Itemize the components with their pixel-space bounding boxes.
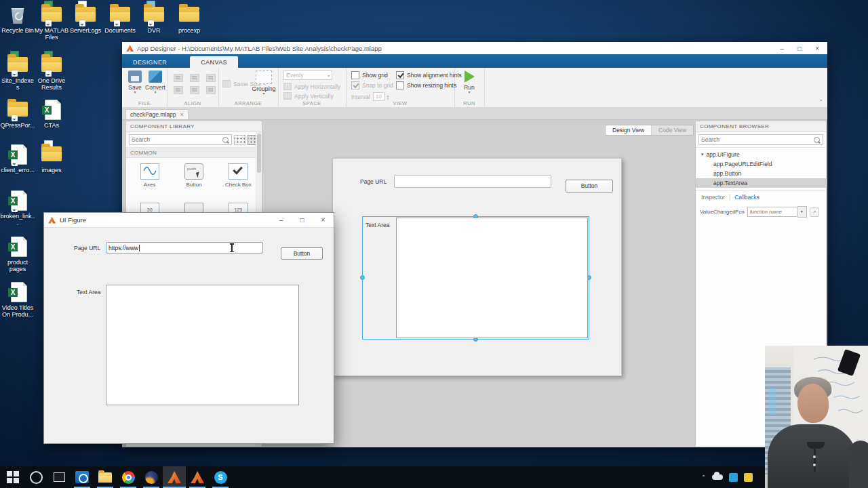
ui-figure-titlebar[interactable]: UI Figure – □ × bbox=[44, 213, 334, 228]
close-tab-icon[interactable]: × bbox=[180, 111, 184, 118]
tree-item-button[interactable]: app.Button bbox=[696, 169, 826, 178]
desktop-icon-client-error[interactable]: client_erro... bbox=[0, 144, 35, 174]
taskbar-browser-dark[interactable] bbox=[140, 466, 163, 488]
space-evenly-dropdown[interactable]: Evenly▾ bbox=[283, 70, 332, 80]
tab-inspector[interactable]: Inspector bbox=[701, 194, 725, 201]
tab-canvas[interactable]: CANVAS bbox=[190, 56, 238, 68]
task-view-button[interactable] bbox=[47, 466, 71, 488]
align-center-icon[interactable] bbox=[190, 74, 199, 82]
desktop-icon-broken-link[interactable]: broken_link... bbox=[0, 190, 35, 227]
taskbar-matlab-active[interactable] bbox=[163, 466, 186, 488]
list-view-toggle-icon[interactable] bbox=[234, 135, 245, 145]
apply-vertically-button[interactable]: Apply Vertically bbox=[283, 92, 334, 100]
cortana-button[interactable] bbox=[24, 466, 47, 488]
run-button[interactable]: Run▾ bbox=[458, 70, 481, 94]
spinner-icon[interactable]: ▴▾ bbox=[387, 94, 389, 100]
taskbar-matlab[interactable] bbox=[186, 466, 209, 488]
page-url-edit-field[interactable] bbox=[394, 175, 551, 188]
taskbar-chrome[interactable] bbox=[117, 466, 140, 488]
desktop-icon-serverlogs[interactable]: ServerLogs bbox=[68, 4, 103, 34]
desktop-icon-site-indexes[interactable]: Site_Indexes bbox=[0, 54, 35, 92]
align-left-icon[interactable] bbox=[174, 74, 183, 82]
taskbar-file-explorer[interactable] bbox=[94, 466, 117, 488]
component-check-box[interactable]: Check Box bbox=[216, 163, 260, 188]
ribbon-collapse-icon[interactable]: ⌃ bbox=[818, 99, 823, 105]
convert-button[interactable]: Convert▾ bbox=[144, 70, 167, 94]
desktop-icon-product-pages[interactable]: product pages bbox=[0, 236, 35, 273]
desktop-icon-procexp[interactable]: procexp bbox=[172, 4, 207, 34]
align-bottom-icon[interactable] bbox=[206, 86, 216, 94]
component-axes[interactable]: Axes bbox=[127, 163, 172, 188]
desktop-icon-one-drive-results[interactable]: One Drive Results bbox=[34, 54, 69, 92]
tray-expand-icon[interactable]: ⌃ bbox=[701, 474, 706, 481]
resize-handle-left[interactable] bbox=[360, 275, 365, 280]
apply-horizontally-button[interactable]: Apply Horizontally bbox=[283, 83, 340, 90]
minimize-button[interactable]: – bbox=[781, 45, 785, 52]
tree-expand-icon[interactable]: ▾ bbox=[701, 152, 704, 157]
webcam-overlay bbox=[765, 346, 868, 488]
show-grid-checkbox[interactable]: Show grid bbox=[351, 71, 388, 79]
design-view-button[interactable]: Design View bbox=[606, 125, 651, 135]
search-input[interactable] bbox=[699, 136, 814, 144]
taskbar-skype[interactable]: S bbox=[209, 466, 232, 488]
run-app-button[interactable]: Button bbox=[281, 247, 323, 260]
desktop-icon-label: QPressPor... bbox=[0, 122, 35, 129]
callback-function-input[interactable] bbox=[747, 207, 797, 217]
document-tab[interactable]: checkPage.mlapp × bbox=[125, 109, 189, 119]
chevron-down-icon[interactable]: ▾ bbox=[797, 206, 807, 218]
maximize-button[interactable]: □ bbox=[797, 45, 802, 52]
canvas-text-area[interactable] bbox=[396, 218, 588, 338]
shirt-button bbox=[813, 464, 816, 466]
grouping-button[interactable]: Grouping▾ bbox=[251, 70, 277, 96]
design-canvas[interactable]: Page URL Button Text Area bbox=[332, 158, 622, 376]
tree-item-pageurleditfield[interactable]: app.PageURLEditField bbox=[696, 159, 826, 169]
desktop-icon-qpresspor[interactable]: QPressPor... bbox=[0, 99, 35, 129]
maximize-button[interactable]: □ bbox=[292, 213, 313, 227]
show-resizing-hints-checkbox[interactable]: Show resizing hints bbox=[396, 81, 456, 89]
checkbox-icon bbox=[396, 81, 404, 89]
show-alignment-hints-checkbox[interactable]: Show alignment hints bbox=[396, 71, 462, 79]
save-button[interactable]: Save▾ bbox=[123, 70, 146, 94]
tray-app-icon-2[interactable] bbox=[744, 473, 753, 482]
tab-designer[interactable]: DESIGNER bbox=[122, 56, 178, 68]
desktop-icon-dvr[interactable]: DVR bbox=[136, 4, 172, 34]
tree-item-textarea[interactable]: app.TextArea bbox=[696, 178, 826, 188]
align-top-icon[interactable] bbox=[174, 86, 183, 94]
code-view-button[interactable]: Code View bbox=[651, 125, 693, 135]
align-right-icon[interactable] bbox=[206, 74, 216, 82]
desktop-icon-images[interactable]: images bbox=[34, 144, 69, 174]
person-arm bbox=[849, 441, 868, 488]
tray-app-icon[interactable] bbox=[729, 473, 738, 482]
component-browser-search[interactable] bbox=[698, 134, 823, 145]
folder-icon bbox=[74, 4, 97, 26]
snap-to-grid-checkbox[interactable]: Snap to grid bbox=[351, 81, 393, 89]
page-url-edit-field[interactable]: https://www bbox=[106, 242, 263, 253]
taskbar-outlook[interactable] bbox=[71, 466, 94, 488]
desktop-icon-documents[interactable]: Documents bbox=[102, 4, 138, 34]
goto-callback-icon[interactable]: ↗ bbox=[810, 207, 819, 217]
desktop-icon-my-matlab-files[interactable]: My MATLAB Files bbox=[34, 4, 69, 41]
canvas-button[interactable]: Button bbox=[566, 180, 613, 192]
tab-callbacks[interactable]: Callbacks bbox=[734, 194, 760, 201]
desktop-icon-recycle-bin[interactable]: Recycle Bin bbox=[0, 4, 35, 34]
callback-function-combo[interactable]: ▾ bbox=[747, 206, 807, 218]
component-library-search[interactable] bbox=[129, 134, 232, 145]
text-area[interactable] bbox=[106, 285, 299, 405]
desktop-icon-video-titles[interactable]: Video Titles On Produ... bbox=[0, 281, 35, 319]
close-button[interactable]: × bbox=[313, 213, 334, 227]
outlook-icon bbox=[75, 471, 89, 483]
start-button[interactable] bbox=[1, 466, 24, 488]
component-button[interactable]: Button bbox=[172, 163, 216, 188]
shortcut-arrow-icon bbox=[79, 20, 85, 26]
align-middle-icon[interactable] bbox=[190, 86, 199, 94]
app-designer-titlebar[interactable]: App Designer - H:\Documents\My MATLAB Fi… bbox=[122, 42, 827, 55]
onedrive-icon[interactable] bbox=[712, 474, 723, 480]
common-section-header[interactable]: COMMON bbox=[126, 148, 262, 158]
search-input[interactable] bbox=[130, 136, 222, 144]
tree-item-uifigure[interactable]: ▾ app.UIFigure bbox=[696, 150, 826, 159]
desktop-icon-ctas[interactable]: CTAs bbox=[34, 99, 69, 129]
ui-figure-window: UI Figure – □ × Page URL https://www But… bbox=[43, 212, 334, 444]
desktop-icon-label: DVR bbox=[136, 27, 172, 34]
close-button[interactable]: × bbox=[815, 45, 819, 52]
minimize-button[interactable]: – bbox=[271, 213, 292, 227]
